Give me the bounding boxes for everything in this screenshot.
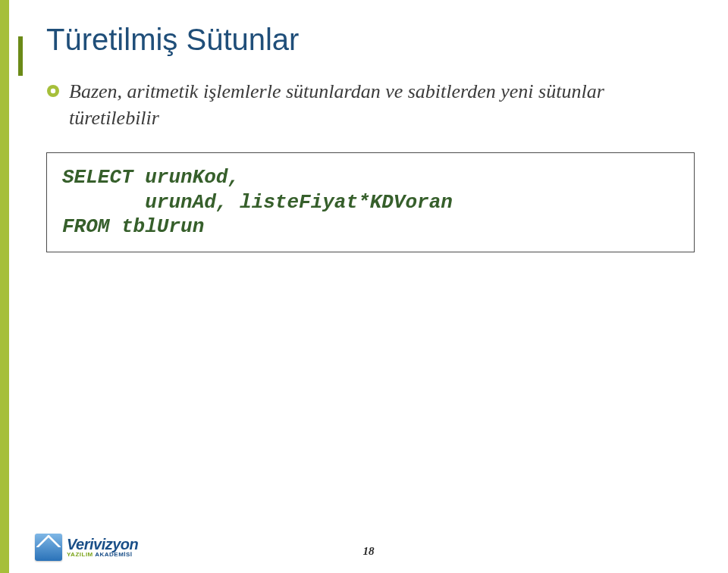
logo-brand: Verivizyon xyxy=(67,537,138,552)
slide: Türetilmiş Sütunlar Bazen, aritmetik işl… xyxy=(0,0,728,573)
bullet-item: Bazen, aritmetik işlemlerle sütunlardan … xyxy=(43,78,698,131)
logo-sub-suffix: AKADEMİSİ xyxy=(93,551,133,558)
code-content: SELECT urunKod, urunAd, listeFiyat*KDVor… xyxy=(62,165,679,240)
svg-point-1 xyxy=(51,89,55,93)
logo-mark-icon xyxy=(35,534,62,561)
logo-text: Verivizyon YAZILIM AKADEMİSİ xyxy=(67,537,138,558)
slide-title: Türetilmiş Sütunlar xyxy=(43,23,698,57)
footer-logo: Verivizyon YAZILIM AKADEMİSİ xyxy=(35,534,138,561)
bullet-icon xyxy=(46,84,60,98)
logo-sub-prefix: YAZILIM xyxy=(67,551,93,558)
bullet-text: Bazen, aritmetik işlemlerle sütunlardan … xyxy=(69,78,698,131)
code-block: SELECT urunKod, urunAd, listeFiyat*KDVor… xyxy=(46,152,695,252)
page-number: 18 xyxy=(363,545,375,558)
title-accent xyxy=(18,36,23,76)
logo-subtitle: YAZILIM AKADEMİSİ xyxy=(67,552,138,558)
